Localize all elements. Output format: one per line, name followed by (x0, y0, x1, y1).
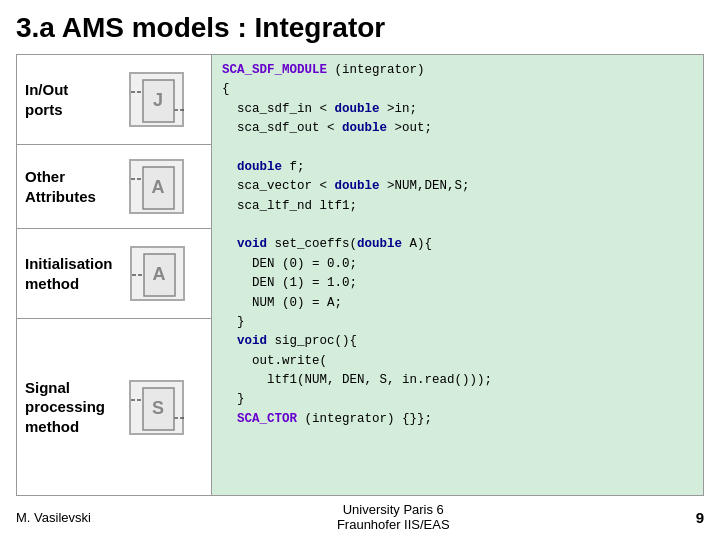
code-line-12: DEN (1) = 1.0; (222, 274, 693, 293)
section-inout: In/Outports J (17, 55, 211, 145)
code-line-4: sca_sdf_out < double >out; (222, 119, 693, 138)
section-other: OtherAttributes A (17, 145, 211, 229)
code-line-18: } (222, 390, 693, 409)
io-diagram-svg: J (131, 74, 186, 129)
code-line-11: DEN (0) = 0.0; (222, 255, 693, 274)
footer-center: University Paris 6 Fraunhofer IIS/EAS (337, 502, 450, 532)
main-content: In/Outports J (16, 54, 704, 496)
signal-label: Signalprocessingmethod (25, 378, 110, 437)
code-line-1: SCA_SDF_MODULE (integrator) (222, 61, 693, 80)
code-line-14: } (222, 313, 693, 332)
code-line-6: double f; (222, 158, 693, 177)
other-label: OtherAttributes (25, 167, 110, 206)
other-diagram-svg: A (131, 161, 186, 216)
footer: M. Vasilevski University Paris 6 Fraunho… (16, 502, 704, 532)
page-title: 3.a AMS models : Integrator (16, 12, 704, 44)
code-line-3: sca_sdf_in < double >in; (222, 100, 693, 119)
footer-center-line1: University Paris 6 (337, 502, 450, 517)
init-label: Initialisationmethod (25, 254, 113, 293)
svg-text:S: S (152, 398, 164, 418)
svg-text:A: A (153, 264, 166, 284)
signal-diagram: S (110, 376, 203, 439)
section-signal: Signalprocessingmethod S (17, 319, 211, 495)
code-line-5 (222, 139, 693, 158)
section-init: Initialisationmethod A (17, 229, 211, 319)
code-line-15: void sig_proc(){ (222, 332, 693, 351)
footer-left: M. Vasilevski (16, 510, 91, 525)
svg-text:J: J (153, 90, 163, 110)
footer-center-line2: Fraunhofer IIS/EAS (337, 517, 450, 532)
page: 3.a AMS models : Integrator In/Outports (0, 0, 720, 540)
inout-diagram: J (110, 68, 203, 131)
code-panel: SCA_SDF_MODULE (integrator) { sca_sdf_in… (212, 55, 703, 495)
code-line-13: NUM (0) = A; (222, 294, 693, 313)
code-line-17: ltf1(NUM, DEN, S, in.read())); (222, 371, 693, 390)
code-line-7: sca_vector < double >NUM,DEN,S; (222, 177, 693, 196)
init-diagram-svg: A (132, 248, 187, 303)
code-line-16: out.write( (222, 352, 693, 371)
other-diagram: A (110, 155, 203, 218)
signal-diagram-svg: S (131, 382, 186, 437)
inout-label: In/Outports (25, 80, 110, 119)
init-diagram: A (113, 242, 203, 305)
footer-page-number: 9 (696, 509, 704, 526)
code-line-2: { (222, 80, 693, 99)
left-panel: In/Outports J (17, 55, 212, 495)
code-line-10: void set_coeffs(double A){ (222, 235, 693, 254)
code-line-19: SCA_CTOR (integrator) {}}; (222, 410, 693, 429)
svg-text:A: A (152, 177, 165, 197)
code-line-8: sca_ltf_nd ltf1; (222, 197, 693, 216)
code-line-9 (222, 216, 693, 235)
